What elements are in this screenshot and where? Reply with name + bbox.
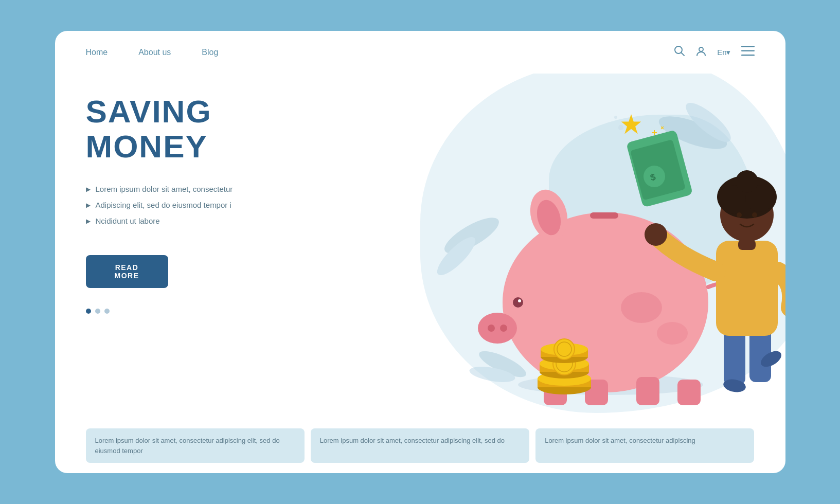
svg-point-38 [657,322,688,345]
svg-point-29 [513,297,523,308]
svg-point-62 [645,223,667,246]
info-box-1: Lorem ipsum dolor sit amet, consectetur … [86,428,305,463]
svg-rect-61 [716,241,778,336]
svg-point-24 [503,212,708,392]
svg-rect-57 [724,328,745,385]
dot-3[interactable] [104,309,110,314]
right-illustration: $ [323,74,785,428]
svg-rect-3 [741,46,755,47]
bullet-item-1: ▶ Lorem ipsum dolor sit amet, consectetu… [86,185,292,193]
bullet-arrow-1: ▶ [86,186,91,193]
nav-blog[interactable]: Blog [202,48,218,57]
info-box-3: Lorem ipsum dolor sit amet, consectetur … [535,428,754,463]
svg-rect-36 [677,380,701,405]
svg-rect-70 [738,240,756,250]
svg-point-69 [752,212,757,218]
bullet-arrow-2: ▶ [86,202,91,209]
dot-2[interactable] [95,309,100,314]
search-icon[interactable] [674,45,685,59]
svg-rect-35 [636,377,659,405]
bullet-item-2: ▶ Adipiscing elit, sed do eiusmod tempor… [86,201,292,209]
bullet-text-3: Ncididunt ut labore [96,217,160,225]
read-more-button[interactable]: READ MORE [86,255,168,288]
carousel-dots [86,309,292,314]
svg-point-30 [518,299,521,302]
navbar: Home About us Blog En▾ [55,31,785,74]
svg-point-26 [478,313,517,344]
svg-marker-17 [621,114,640,134]
svg-point-28 [500,325,507,332]
bullet-text-2: Adipiscing elit, sed do eiusmod tempor i [96,201,231,209]
left-panel: SAVING MONEY ▶ Lorem ipsum dolor sit ame… [55,74,323,428]
svg-point-2 [699,47,703,51]
nav-links: Home About us Blog [86,48,674,57]
bullet-arrow-3: ▶ [86,218,91,225]
bullet-item-3: ▶ Ncididunt ut labore [86,217,292,225]
piggy-bank-illustration: $ [323,74,785,428]
nav-home[interactable]: Home [86,48,108,57]
bullet-list: ▶ Lorem ipsum dolor sit amet, consectetu… [86,185,292,232]
bullet-text-1: Lorem ipsum dolor sit amet, consectetur [96,185,233,193]
svg-rect-5 [741,55,755,56]
language-selector[interactable]: En▾ [717,48,730,57]
svg-point-27 [488,325,495,332]
main-card: Home About us Blog En▾ [55,31,785,473]
svg-line-1 [682,53,685,56]
svg-rect-4 [741,50,755,51]
svg-point-67 [736,170,758,193]
nav-icons: En▾ [674,45,754,59]
user-icon[interactable] [695,45,707,59]
hero-title: SAVING MONEY [86,94,292,164]
dot-1[interactable] [86,309,91,314]
svg-point-37 [621,292,662,323]
svg-point-12 [614,116,617,119]
footer-boxes: Lorem ipsum dolor sit amet, consectetur … [55,428,785,473]
svg-rect-39 [590,212,618,219]
nav-about[interactable]: About us [138,48,171,57]
hamburger-menu[interactable] [741,46,755,59]
svg-point-68 [737,212,742,218]
svg-point-10 [618,125,623,130]
main-content: SAVING MONEY ▶ Lorem ipsum dolor sit ame… [55,74,785,428]
info-box-2: Lorem ipsum dolor sit amet, consectetur … [311,428,529,463]
